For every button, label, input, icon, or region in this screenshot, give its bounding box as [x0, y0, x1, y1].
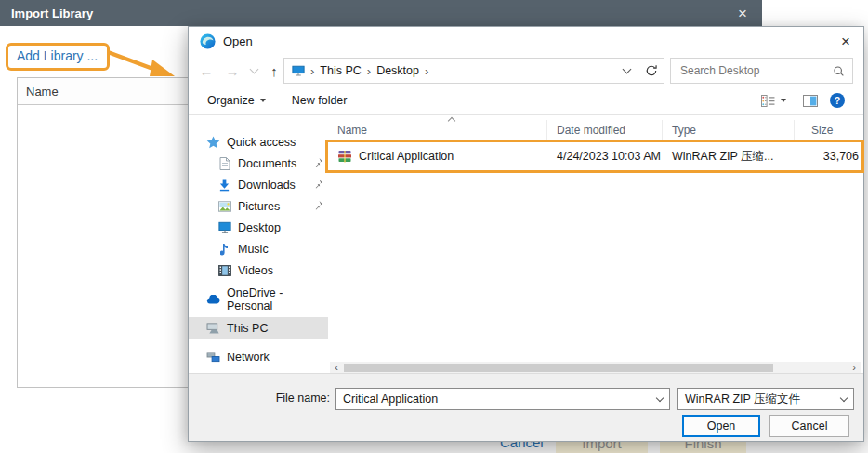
pin-icon: [313, 179, 323, 192]
column-header-label: Name: [337, 124, 367, 137]
sidebar-item-desktop[interactable]: Desktop: [189, 217, 328, 238]
add-library-link[interactable]: Add Library ...: [6, 43, 110, 71]
sidebar-item-label: This PC: [227, 322, 268, 335]
sidebar-section: OneDrive - Personal: [189, 288, 328, 310]
search-input[interactable]: [678, 63, 833, 78]
file-name-cell: Critical Application: [328, 150, 547, 163]
sidebar-item-label: Desktop: [238, 221, 281, 234]
desktop-icon: [217, 221, 232, 233]
chevron-down-icon: [840, 393, 848, 401]
sidebar-item-music[interactable]: Music: [189, 238, 328, 260]
scrollbar-thumb[interactable]: [344, 364, 773, 372]
sidebar-item-quick-access[interactable]: Quick access: [189, 131, 328, 153]
sidebar-section: Quick accessDocumentsDownloadsPicturesDe…: [189, 131, 328, 281]
refresh-icon: [645, 64, 658, 77]
up-icon[interactable]: ↑: [263, 56, 285, 86]
document-icon: [217, 157, 232, 170]
sidebar-item-pictures[interactable]: Pictures: [189, 195, 328, 217]
file-name-label: File name:: [189, 392, 330, 405]
videos-icon: [217, 265, 232, 276]
pictures-icon: [217, 201, 232, 212]
this-pc-icon: [205, 322, 221, 334]
pin-icon: [313, 157, 323, 170]
sidebar-item-label: Documents: [238, 157, 296, 170]
column-header-label: Date modified: [557, 124, 625, 137]
sidebar-item-downloads[interactable]: Downloads: [189, 174, 328, 195]
dialog-toolbar: Organize New folder ?: [189, 87, 863, 115]
desktop-location-icon: [292, 65, 305, 76]
sidebar: Quick accessDocumentsDownloadsPicturesDe…: [189, 115, 328, 374]
sidebar-item-documents[interactable]: Documents: [189, 153, 328, 174]
import-library-title: Import Library: [11, 7, 93, 20]
forward-icon[interactable]: →: [220, 56, 244, 86]
recent-locations-chevron-icon[interactable]: [246, 56, 261, 86]
search-box: [670, 58, 853, 84]
breadcrumb-separator-icon: ›: [367, 64, 371, 78]
dialog-footer: File name: Critical Application WinRAR Z…: [189, 373, 863, 441]
file-name-combobox[interactable]: Critical Application: [335, 388, 670, 410]
library-list-empty[interactable]: [18, 105, 192, 387]
import-library-titlebar: Import Library ×: [0, 0, 762, 26]
file-list: NameDate modifiedTypeSize Critical Appli…: [328, 115, 862, 374]
sidebar-item-this-pc[interactable]: This PC: [189, 317, 328, 339]
view-dropdown-icon[interactable]: [781, 99, 786, 102]
organize-menu[interactable]: Organize: [207, 94, 266, 107]
sort-ascending-icon: [448, 117, 455, 125]
column-header-name[interactable]: Name: [328, 120, 547, 140]
breadcrumb-item-desktop[interactable]: Desktop: [376, 64, 419, 77]
winrar-icon: [337, 150, 352, 163]
address-bar[interactable]: ›This PC›Desktop›: [283, 58, 638, 84]
file-size-cell: 33,706: [795, 150, 861, 163]
open-dialog-title: Open: [223, 34, 253, 48]
search-icon[interactable]: [833, 65, 845, 77]
sidebar-item-label: Videos: [238, 264, 273, 277]
sidebar-section: Network: [189, 346, 328, 367]
column-header-row: NameDate modifiedTypeSize: [328, 120, 861, 140]
close-icon[interactable]: ×: [837, 33, 854, 49]
sidebar-item-videos[interactable]: Videos: [189, 260, 328, 281]
file-name-text: Critical Application: [359, 150, 454, 163]
view-options-icon[interactable]: [761, 95, 775, 107]
close-icon[interactable]: ×: [732, 6, 753, 21]
sidebar-item-network[interactable]: Network: [189, 346, 328, 367]
breadcrumb-item-this-pc[interactable]: This PC: [320, 64, 361, 77]
cancel-button[interactable]: Cancel: [769, 415, 849, 437]
sidebar-item-label: Quick access: [227, 136, 296, 149]
sidebar-section: This PC: [189, 317, 328, 339]
column-header-size[interactable]: Size: [795, 120, 861, 140]
breadcrumb-separator-icon: ›: [425, 64, 428, 78]
file-row-critical-application[interactable]: Critical Application4/24/2023 10:03 AMWi…: [328, 144, 861, 168]
sidebar-item-label: Downloads: [238, 179, 296, 192]
dropdown-arrow-icon: [260, 99, 266, 102]
column-header-type[interactable]: Type: [663, 120, 795, 140]
column-header-label: Size: [811, 124, 833, 137]
file-name-value: Critical Application: [343, 393, 438, 406]
preview-pane-icon[interactable]: [803, 95, 818, 107]
new-folder-button[interactable]: New folder: [292, 94, 348, 107]
breadcrumb-separator-icon: ›: [310, 64, 314, 78]
help-icon[interactable]: ?: [830, 93, 845, 108]
back-icon[interactable]: ←: [194, 56, 218, 86]
library-table: Name: [17, 77, 193, 388]
navigation-bar: ← → ↑ ›This PC›Desktop›: [189, 56, 863, 86]
organize-label: Organize: [207, 94, 255, 107]
column-header-date-modified[interactable]: Date modified: [547, 120, 663, 140]
sidebar-item-label: OneDrive - Personal: [227, 286, 328, 313]
download-icon: [217, 179, 232, 192]
open-file-dialog: Open × ← → ↑ ›This PC›Desktop›: [188, 26, 864, 442]
file-type-value: WinRAR ZIP 压缩文件: [685, 392, 800, 407]
sidebar-item-onedrive-personal[interactable]: OneDrive - Personal: [189, 288, 328, 310]
address-dropdown-chevron-icon[interactable]: [623, 65, 632, 74]
file-type-cell: WinRAR ZIP 压缩...: [663, 149, 795, 165]
file-type-combobox[interactable]: WinRAR ZIP 压缩文件: [677, 388, 854, 410]
sidebar-item-label: Music: [238, 243, 269, 256]
open-button[interactable]: Open: [682, 415, 760, 437]
open-dialog-titlebar: Open ×: [189, 27, 863, 55]
annotation-arrow: [104, 47, 182, 84]
column-header-label: Type: [672, 124, 696, 137]
refresh-button[interactable]: [638, 58, 664, 84]
breadcrumb: ›This PC›Desktop›: [305, 64, 434, 78]
sidebar-item-label: Network: [227, 351, 270, 364]
sidebar-item-label: Pictures: [238, 200, 280, 213]
chevron-down-icon: [656, 393, 664, 401]
